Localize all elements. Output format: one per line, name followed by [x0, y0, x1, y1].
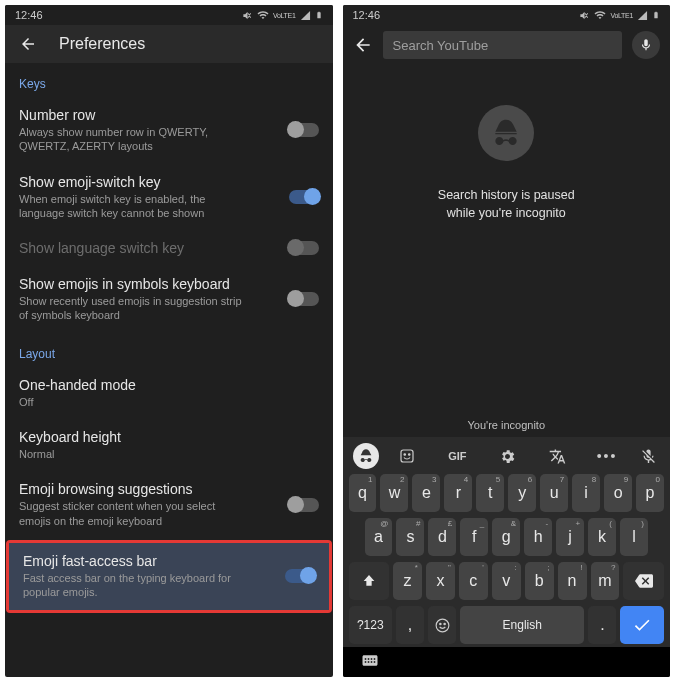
key-superscript: '	[482, 563, 484, 572]
key-d[interactable]: d£	[428, 518, 456, 556]
pref-number-row[interactable]: Number row Always show number row in QWE…	[5, 97, 333, 164]
key-superscript: 0	[656, 475, 660, 484]
key-superscript: "	[448, 563, 451, 572]
key-enter[interactable]	[620, 606, 664, 644]
incognito-message: Search history is paused while you're in…	[438, 187, 575, 222]
kbd-settings-button[interactable]	[486, 448, 528, 465]
keyboard-hide-icon[interactable]	[361, 653, 379, 671]
key-emoji[interactable]	[428, 606, 456, 644]
preferences-scroll[interactable]: Keys Number row Always show number row i…	[5, 63, 333, 677]
svg-point-3	[436, 619, 449, 632]
pref-label: Show emojis in symbols keyboard	[19, 276, 279, 292]
key-a[interactable]: a@	[365, 518, 393, 556]
key-superscript: _	[480, 519, 484, 528]
key-v[interactable]: v:	[492, 562, 521, 600]
key-space[interactable]: English	[460, 606, 584, 644]
key-superscript: 8	[592, 475, 596, 484]
key-b[interactable]: b;	[525, 562, 554, 600]
key-superscript: ;	[547, 563, 549, 572]
pref-emoji-switch-key[interactable]: Show emoji-switch key When emoji switch …	[5, 164, 333, 231]
kbd-translate-button[interactable]	[536, 448, 578, 465]
mute-icon	[242, 10, 253, 21]
key-symbols[interactable]: ?123	[349, 606, 393, 644]
pref-language-switch-key: Show language switch key	[5, 230, 333, 266]
key-r[interactable]: r4	[444, 474, 472, 512]
toggle-emoji-browse[interactable]	[289, 498, 319, 512]
kbd-mic-button[interactable]	[636, 448, 660, 465]
pref-desc: Suggest sticker content when you select …	[19, 499, 249, 528]
signal-icon	[637, 10, 648, 21]
toggle-lang-switch	[289, 241, 319, 255]
key-superscript: 1	[368, 475, 372, 484]
key-superscript: 3	[432, 475, 436, 484]
key-c[interactable]: c'	[459, 562, 488, 600]
emoji-icon	[434, 617, 451, 634]
key-e[interactable]: e3	[412, 474, 440, 512]
pref-desc: When emoji switch key is enabled, the la…	[19, 192, 249, 221]
key-superscript: &	[511, 519, 516, 528]
incognito-icon	[358, 448, 374, 464]
key-period[interactable]: .	[588, 606, 616, 644]
battery-icon	[315, 9, 323, 21]
toggle-number-row[interactable]	[289, 123, 319, 137]
key-g[interactable]: g&	[492, 518, 520, 556]
key-p[interactable]: p0	[636, 474, 664, 512]
key-t[interactable]: t5	[476, 474, 504, 512]
back-arrow-icon[interactable]	[353, 35, 373, 55]
key-superscript: 7	[560, 475, 564, 484]
key-comma[interactable]: ,	[396, 606, 424, 644]
key-y[interactable]: y6	[508, 474, 536, 512]
pref-emojis-symbols-keyboard[interactable]: Show emojis in symbols keyboard Show rec…	[5, 266, 333, 333]
highlight-emoji-fast-access: Emoji fast-access bar Fast access bar on…	[6, 540, 332, 613]
key-k[interactable]: k(	[588, 518, 616, 556]
kbd-more-button[interactable]: •••	[586, 448, 628, 464]
key-backspace[interactable]	[623, 562, 664, 600]
key-z[interactable]: z*	[393, 562, 422, 600]
key-j[interactable]: j+	[556, 518, 584, 556]
key-s[interactable]: s#	[396, 518, 424, 556]
key-n[interactable]: n!	[558, 562, 587, 600]
pref-emoji-browsing-suggestions[interactable]: Emoji browsing suggestions Suggest stick…	[5, 471, 333, 538]
kbd-gif-button[interactable]: GIF	[436, 450, 478, 462]
kbd-incognito-chip[interactable]	[353, 443, 379, 469]
youtube-body: Search history is paused while you're in…	[343, 65, 671, 413]
key-superscript: (	[609, 519, 612, 528]
svg-point-5	[443, 623, 444, 624]
key-shift[interactable]	[349, 562, 390, 600]
toggle-fast-access[interactable]	[285, 569, 315, 583]
key-superscript: @	[380, 519, 388, 528]
toggle-emoji-switch[interactable]	[289, 190, 319, 204]
pref-desc: Always show number row in QWERTY, QWERTZ…	[19, 125, 249, 154]
voice-search-button[interactable]	[632, 31, 660, 59]
key-superscript: 5	[496, 475, 500, 484]
status-bar: 12:46 VoLTE1	[343, 5, 671, 25]
key-q[interactable]: q1	[349, 474, 377, 512]
keyboard-row-2: a@s#d£f_g&h-j+k(l)	[347, 515, 667, 559]
svg-point-1	[404, 454, 406, 456]
status-time: 12:46	[353, 9, 381, 21]
key-i[interactable]: i8	[572, 474, 600, 512]
key-l[interactable]: l)	[620, 518, 648, 556]
kbd-sticker-button[interactable]	[387, 447, 429, 465]
android-nav-bar	[343, 647, 671, 677]
key-u[interactable]: u7	[540, 474, 568, 512]
back-arrow-icon[interactable]	[19, 35, 37, 53]
pref-emoji-fast-access-bar[interactable]: Emoji fast-access bar Fast access bar on…	[9, 543, 329, 610]
pref-label: Emoji fast-access bar	[23, 553, 275, 569]
incog-line1: Search history is paused	[438, 187, 575, 205]
svg-point-2	[409, 454, 411, 456]
key-h[interactable]: h-	[524, 518, 552, 556]
key-f[interactable]: f_	[460, 518, 488, 556]
key-superscript: +	[575, 519, 580, 528]
key-w[interactable]: w2	[380, 474, 408, 512]
key-m[interactable]: m?	[591, 562, 620, 600]
status-right-icons: VoLTE1	[242, 9, 323, 21]
search-input[interactable]: Search YouTube	[383, 31, 623, 59]
pref-keyboard-height[interactable]: Keyboard height Normal	[5, 419, 333, 471]
pref-one-handed-mode[interactable]: One-handed mode Off	[5, 367, 333, 419]
key-x[interactable]: x"	[426, 562, 455, 600]
toggle-emojis-symbols[interactable]	[289, 292, 319, 306]
pref-label: Emoji browsing suggestions	[19, 481, 279, 497]
key-o[interactable]: o9	[604, 474, 632, 512]
pref-label: Show language switch key	[19, 240, 279, 256]
